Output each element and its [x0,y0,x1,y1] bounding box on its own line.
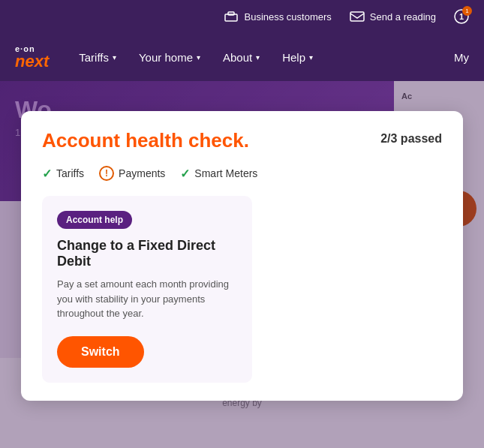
account-health-check-modal: Account health check. 2/3 passed ✓ Tarif… [21,111,463,401]
check-tariffs-label: Tariffs [56,167,84,179]
warning-icon-payments: ! [99,166,114,181]
check-green-icon-smart-meters: ✓ [180,167,190,181]
modal-title: Account health check. [42,129,249,152]
chevron-down-icon-tariffs: ▾ [113,53,116,62]
nav-label-about: About [223,51,252,64]
account-help-card: Account help Change to a Fixed Direct De… [42,196,252,383]
check-payments: ! Payments [99,166,165,181]
nav-bar: e·on next Tariffs ▾ Your home ▾ About ▾ … [0,33,484,81]
nav-item-about[interactable]: About ▾ [223,51,260,64]
send-reading-label: Send a reading [370,11,436,23]
send-reading-icon [350,9,365,24]
check-tariffs: ✓ Tariffs [42,167,84,181]
notification-link[interactable]: 1 1 [454,9,469,24]
logo-next: next [15,53,49,70]
check-smart-meters-label: Smart Meters [194,167,257,179]
check-smart-meters: ✓ Smart Meters [180,167,257,181]
nav-label-help: Help [282,51,305,64]
svg-rect-2 [350,12,364,21]
chevron-down-icon-help: ▾ [309,53,313,62]
card-title: Change to a Fixed Direct Debit [57,238,237,269]
nav-item-my[interactable]: My [454,51,469,64]
nav-item-tariffs[interactable]: Tariffs ▾ [79,51,116,64]
business-customers-link[interactable]: Business customers [224,9,331,24]
notification-icon-group: 1 1 [454,9,469,24]
send-reading-link[interactable]: Send a reading [350,9,436,24]
modal-header: Account health check. 2/3 passed [42,129,442,152]
modal-checks: ✓ Tariffs ! Payments ✓ Smart Meters [42,166,442,181]
nav-item-help[interactable]: Help ▾ [282,51,313,64]
page-wrapper: Wo 192 G Ac t paym payme ment is s after… [0,81,484,448]
nav-label-your-home: Your home [139,51,193,64]
nav-item-your-home[interactable]: Your home ▾ [139,51,200,64]
check-payments-label: Payments [119,167,165,179]
nav-label-my: My [454,51,469,64]
svg-rect-1 [228,12,234,15]
card-description: Pay a set amount each month providing yo… [57,277,237,321]
chevron-down-icon-your-home: ▾ [197,53,200,62]
business-customers-label: Business customers [244,11,331,23]
switch-button[interactable]: Switch [57,336,144,368]
top-bar: Business customers Send a reading 1 1 [0,0,484,33]
nav-label-tariffs: Tariffs [79,51,109,64]
card-badge: Account help [57,211,132,229]
notification-badge: 1 [462,6,472,16]
logo: e·on next [15,44,49,70]
modal-passed-label: 2/3 passed [380,132,442,146]
check-green-icon-tariffs: ✓ [42,167,52,181]
chevron-down-icon-about: ▾ [256,53,260,62]
business-icon [224,9,239,24]
